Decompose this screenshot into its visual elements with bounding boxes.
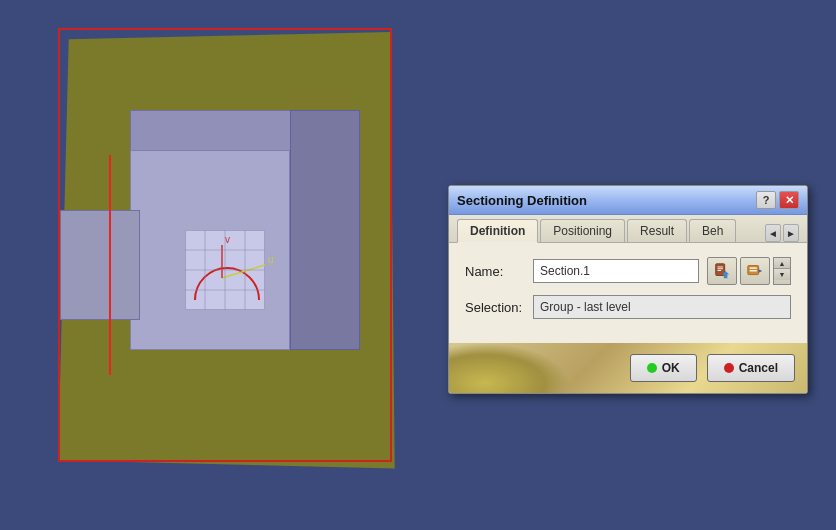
tab-positioning[interactable]: Positioning — [540, 219, 625, 242]
action-icon — [746, 262, 764, 280]
box-inner-face — [185, 230, 265, 310]
svg-rect-14 — [718, 270, 722, 271]
box-left-face — [60, 210, 140, 320]
cancel-dot — [724, 363, 734, 373]
tab-behavior[interactable]: Beh — [689, 219, 736, 242]
dialog-content: Name: — [449, 243, 807, 343]
tab-next-button[interactable]: ► — [783, 224, 799, 242]
cancel-label: Cancel — [739, 361, 778, 375]
dialog-title-buttons: ? ✕ — [756, 191, 799, 209]
dialog-titlebar: Sectioning Definition ? ✕ — [449, 186, 807, 215]
ok-label: OK — [662, 361, 680, 375]
selection-input[interactable] — [533, 295, 791, 319]
name-icon-btn-1[interactable] — [707, 257, 737, 285]
name-spinner: ▲ ▼ — [773, 257, 791, 285]
dialog-footer: OK Cancel — [449, 343, 807, 393]
spinner-up-btn[interactable]: ▲ — [774, 258, 790, 269]
name-icon-btn-2[interactable] — [740, 257, 770, 285]
svg-rect-18 — [750, 270, 757, 271]
tab-nav: ◄ ► — [765, 224, 799, 242]
spinner-down-btn[interactable]: ▼ — [774, 269, 790, 280]
dialog-close-button[interactable]: ✕ — [779, 191, 799, 209]
dialog-tabs: Definition Positioning Result Beh ◄ ► — [449, 215, 807, 243]
selection-row: Selection: — [465, 295, 791, 319]
box-side-face — [290, 110, 360, 350]
ok-button[interactable]: OK — [630, 354, 697, 382]
name-input[interactable] — [533, 259, 699, 283]
select-icon — [713, 262, 731, 280]
cancel-button[interactable]: Cancel — [707, 354, 795, 382]
tab-prev-button[interactable]: ◄ — [765, 224, 781, 242]
ok-dot — [647, 363, 657, 373]
svg-rect-13 — [718, 268, 723, 269]
selection-label: Selection: — [465, 300, 525, 315]
svg-rect-12 — [718, 267, 723, 268]
svg-rect-17 — [750, 267, 757, 268]
sectioning-definition-dialog: Sectioning Definition ? ✕ Definition Pos… — [448, 185, 808, 394]
name-label: Name: — [465, 264, 525, 279]
dialog-title: Sectioning Definition — [457, 193, 587, 208]
tab-definition[interactable]: Definition — [457, 219, 538, 243]
dialog-help-button[interactable]: ? — [756, 191, 776, 209]
name-action-buttons: ▲ ▼ — [707, 257, 791, 285]
name-row: Name: — [465, 257, 791, 285]
tab-result[interactable]: Result — [627, 219, 687, 242]
